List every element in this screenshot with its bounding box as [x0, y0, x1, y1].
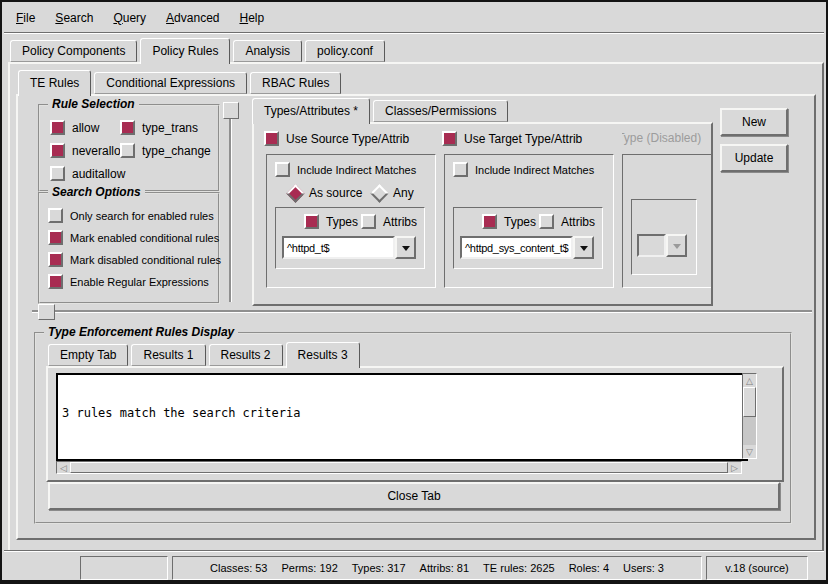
sub-tab-te-rules[interactable]: TE Rules — [18, 70, 91, 96]
checkbox-source-attribs[interactable]: Attribs — [361, 214, 417, 229]
checkbox-indicator — [48, 274, 63, 289]
checkbox-indicator — [120, 120, 135, 135]
checkbox-target-types[interactable]: Types — [482, 214, 536, 229]
stat-types: Types: 317 — [352, 562, 406, 574]
horizontal-scroll-thumb[interactable] — [70, 462, 728, 473]
checkbox-indicator — [275, 162, 290, 177]
radio-indicator — [370, 184, 388, 202]
source-type-combobox: ^httpd_t$ — [282, 236, 416, 259]
menu-item-query[interactable]: Query — [103, 7, 156, 29]
stat-perms: Perms: 192 — [282, 562, 338, 574]
checkbox-target-indirect[interactable]: Include Indirect Matches — [453, 162, 594, 177]
checkbox-label: Only search for enabled rules — [70, 210, 214, 222]
checkbox-auditallow[interactable]: auditallow — [50, 166, 125, 181]
main-tab-policy-conf[interactable]: policy.conf — [305, 40, 385, 62]
chevron-down-icon — [673, 244, 681, 253]
results-tab-3[interactable]: Results 3 — [286, 342, 360, 368]
checkbox-neverallow[interactable]: neverallow — [50, 143, 129, 158]
statusbar-version-cell: v.18 (source) — [706, 556, 808, 580]
results-tab-2[interactable]: Results 2 — [209, 344, 283, 366]
target-type-frame: Include Indirect Matches Types Attribs ^… — [444, 154, 614, 288]
statusbar-separator — [4, 550, 824, 552]
horizontal-sash[interactable] — [32, 310, 812, 313]
source-combo-arrow-button[interactable] — [395, 236, 416, 259]
vertical-sash-handle[interactable] — [223, 102, 239, 119]
vertical-sash[interactable] — [229, 116, 232, 302]
menu-separator — [4, 32, 824, 34]
main-tab-policy-rules[interactable]: Policy Rules — [140, 38, 230, 64]
checkbox-label: Types — [326, 215, 358, 229]
target-combo-arrow-button[interactable] — [573, 236, 594, 259]
main-tab-policy-components[interactable]: Policy Components — [10, 40, 137, 62]
scroll-up-icon[interactable]: △ — [743, 374, 756, 387]
results-tab-1[interactable]: Results 1 — [131, 344, 205, 366]
checkbox-indicator — [48, 230, 63, 245]
radio-any[interactable]: Any — [373, 186, 414, 200]
default-combo-arrow-button — [666, 234, 687, 257]
scroll-right-icon[interactable]: ▷ — [728, 462, 741, 473]
source-type-frame: Include Indirect Matches As source Any T… — [266, 154, 436, 288]
default-type-combo-value — [637, 234, 666, 257]
tab-types-attributes[interactable]: Types/Attributes * — [252, 98, 370, 124]
radio-as-source[interactable]: As source — [289, 186, 362, 200]
rule-selection-group: Rule Selection allow type_trans neverall… — [38, 104, 220, 192]
close-tab-button[interactable]: Close Tab — [48, 482, 780, 510]
te-display-title: Type Enforcement Rules Display — [44, 325, 238, 339]
chevron-down-icon — [580, 246, 588, 255]
menu-item-search[interactable]: Search — [45, 7, 103, 29]
scroll-down-icon[interactable]: ▽ — [743, 445, 756, 458]
checkbox-indicator — [304, 214, 319, 229]
checkbox-label: type_trans — [142, 121, 198, 135]
checkbox-allow[interactable]: allow — [50, 120, 99, 135]
types-attributes-panel: Use Source Type/Attrib Include Indirect … — [252, 122, 713, 306]
tab-classes-permissions[interactable]: Classes/Permissions — [373, 100, 508, 122]
menu-item-advanced[interactable]: Advanced — [156, 7, 229, 29]
policy-version-label: v.18 (source) — [725, 562, 788, 574]
default-type-frame — [622, 154, 713, 288]
results-summary: 3 rules match the search criteria — [62, 406, 742, 421]
checkbox-indicator — [453, 162, 468, 177]
vertical-scroll-thumb[interactable] — [743, 387, 756, 417]
checkbox-label: Include Indirect Matches — [475, 164, 594, 176]
checkbox-label: Enable Regular Expressions — [70, 276, 209, 288]
scroll-left-icon[interactable]: ◁ — [57, 462, 70, 473]
checkbox-use-source-type[interactable]: Use Source Type/Attrib — [264, 131, 409, 146]
checkbox-enable-regex[interactable]: Enable Regular Expressions — [48, 274, 209, 289]
results-horizontal-scrollbar[interactable]: ◁ ▷ — [56, 461, 742, 474]
default-type-combobox — [637, 234, 687, 257]
checkbox-type-trans[interactable]: type_trans — [120, 120, 198, 135]
checkbox-indicator — [48, 252, 63, 267]
sub-tab-rbac-rules[interactable]: RBAC Rules — [250, 72, 341, 94]
menu-item-file[interactable]: File — [6, 7, 45, 29]
sub-tab-conditional-expressions[interactable]: Conditional Expressions — [94, 72, 247, 94]
checkbox-target-attribs[interactable]: Attribs — [539, 214, 595, 229]
search-options-title: Search Options — [48, 185, 145, 199]
types-attrib-tab-bar: Types/Attributes * Classes/Permissions — [252, 100, 511, 124]
checkbox-indicator — [264, 131, 279, 146]
horizontal-sash-handle[interactable] — [38, 304, 55, 320]
checkbox-only-enabled-rules[interactable]: Only search for enabled rules — [48, 208, 214, 223]
results-tab-empty[interactable]: Empty Tab — [48, 344, 128, 366]
menu-item-help[interactable]: Help — [229, 7, 274, 29]
stat-users: Users: 3 — [623, 562, 664, 574]
main-tab-analysis[interactable]: Analysis — [233, 40, 302, 62]
new-button[interactable]: New — [720, 108, 788, 136]
stat-roles: Roles: 4 — [569, 562, 609, 574]
source-type-combo-value[interactable]: ^httpd_t$ — [282, 236, 395, 259]
checkbox-use-target-type[interactable]: Use Target Type/Attrib — [442, 131, 582, 146]
checkbox-indicator — [50, 166, 65, 181]
checkbox-mark-enabled-conditional[interactable]: Mark enabled conditional rules — [48, 230, 219, 245]
update-button[interactable]: Update — [720, 144, 788, 172]
checkbox-mark-disabled-conditional[interactable]: Mark disabled conditional rules — [48, 252, 221, 267]
results-vertical-scrollbar[interactable]: △ ▽ — [742, 373, 757, 459]
checkbox-type-change[interactable]: type_change — [120, 143, 211, 158]
checkbox-source-types[interactable]: Types — [304, 214, 358, 229]
default-type-inner-frame — [631, 199, 697, 275]
results-text-area[interactable]: 3 rules match the search criteria (5822)… — [56, 373, 748, 461]
vertical-scroll-trough[interactable] — [743, 417, 756, 445]
checkbox-source-indirect[interactable]: Include Indirect Matches — [275, 162, 416, 177]
target-type-combo-value[interactable]: ^httpd_sys_content_t$ — [460, 236, 573, 259]
statusbar-empty-cell — [80, 556, 168, 580]
stat-classes: Classes: 53 — [210, 562, 267, 574]
results-tab-bar: Empty Tab Results 1 Results 2 Results 3 — [48, 344, 363, 368]
